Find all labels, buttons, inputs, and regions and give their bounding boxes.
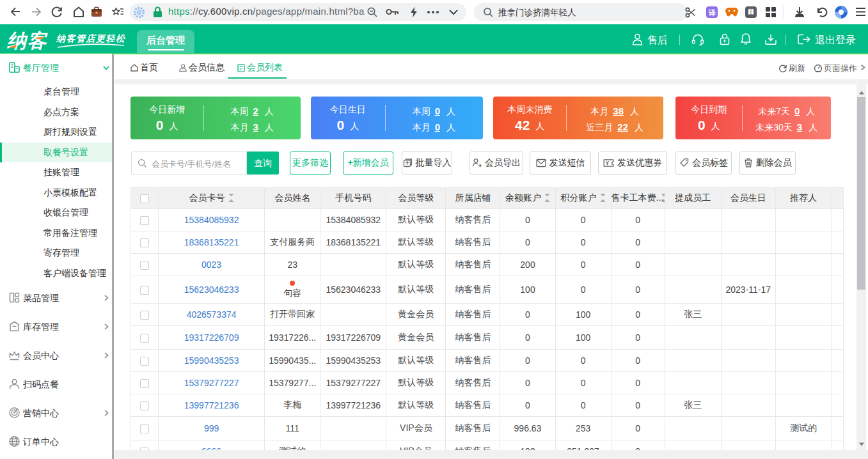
svg-text:纳客: 纳客 xyxy=(7,30,49,51)
svg-text:纳客管店更轻松: 纳客管店更轻松 xyxy=(56,33,126,43)
svg-text:译: 译 xyxy=(709,9,716,17)
